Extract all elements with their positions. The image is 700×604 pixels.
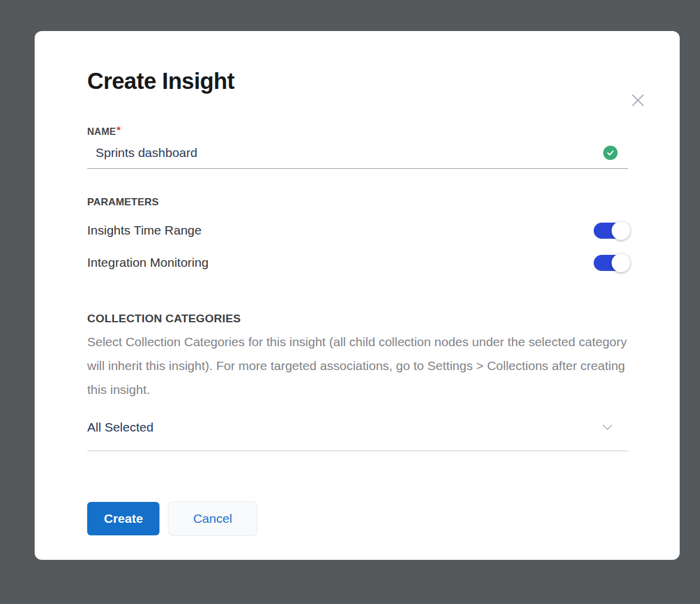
parameter-row-integration-monitoring: Integration Monitoring bbox=[87, 246, 628, 279]
toggle-knob bbox=[612, 221, 630, 240]
modal-overlay: Create Insight NAME* PARAMETERS Insights… bbox=[0, 0, 700, 604]
create-insight-dialog: Create Insight NAME* PARAMETERS Insights… bbox=[35, 31, 680, 560]
name-input-row bbox=[87, 142, 628, 169]
name-field-label: NAME bbox=[87, 127, 116, 137]
collection-categories-section: COLLECTION CATEGORIES Select Collection … bbox=[87, 312, 628, 451]
close-button[interactable] bbox=[627, 90, 649, 111]
toggle-knob bbox=[612, 254, 630, 272]
valid-check-icon bbox=[603, 146, 618, 160]
chevron-down-icon bbox=[600, 420, 615, 435]
name-field-group: NAME* bbox=[87, 127, 628, 169]
dialog-actions: Create Cancel bbox=[87, 501, 628, 536]
close-icon bbox=[629, 91, 647, 109]
cancel-button[interactable]: Cancel bbox=[168, 501, 257, 536]
name-field-label-row: NAME* bbox=[87, 127, 628, 138]
parameters-heading: PARAMETERS bbox=[87, 196, 628, 208]
insights-time-range-toggle[interactable] bbox=[594, 223, 628, 239]
collection-categories-dropdown[interactable]: All Selected bbox=[87, 416, 628, 451]
parameter-label: Insights Time Range bbox=[87, 223, 201, 238]
dropdown-selected-value: All Selected bbox=[87, 420, 153, 434]
parameter-row-insights-time-range: Insights Time Range bbox=[87, 214, 628, 246]
required-asterisk: * bbox=[116, 125, 121, 136]
name-input[interactable] bbox=[87, 146, 603, 160]
parameters-section: PARAMETERS Insights Time Range Integrati… bbox=[87, 196, 628, 279]
create-button[interactable]: Create bbox=[87, 502, 159, 535]
dialog-title: Create Insight bbox=[87, 67, 628, 95]
integration-monitoring-toggle[interactable] bbox=[594, 255, 628, 271]
collection-categories-description: Select Collection Categories for this in… bbox=[87, 330, 628, 402]
collection-categories-heading: COLLECTION CATEGORIES bbox=[87, 312, 628, 325]
parameter-label: Integration Monitoring bbox=[87, 255, 208, 270]
